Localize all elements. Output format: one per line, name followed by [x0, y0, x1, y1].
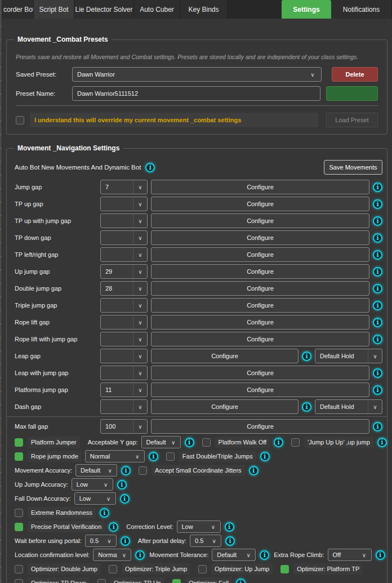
- up-jump-accuracy-select[interactable]: Low ∨: [72, 478, 113, 491]
- info-icon[interactable]: i: [121, 536, 130, 546]
- tab-auto-cuber[interactable]: Auto Cuber: [134, 0, 180, 19]
- platform-jumper-checkbox[interactable]: [15, 438, 23, 447]
- info-icon[interactable]: i: [260, 550, 269, 560]
- configure-button[interactable]: Configure: [151, 419, 369, 434]
- configure-button[interactable]: Configure: [151, 247, 369, 262]
- gap-value-select[interactable]: 29 ∨: [100, 264, 148, 279]
- movement-tolerance-select[interactable]: Default ∨: [212, 549, 256, 561]
- configure-button[interactable]: Configure: [151, 281, 369, 296]
- hold-mode-select[interactable]: Default Hold ∨: [315, 349, 382, 363]
- info-icon[interactable]: i: [117, 480, 127, 489]
- configure-button[interactable]: Configure: [151, 180, 369, 194]
- info-icon[interactable]: i: [302, 402, 311, 412]
- configure-button[interactable]: Configure: [151, 382, 369, 397]
- gap-value-select[interactable]: ∨: [100, 315, 148, 330]
- extreme-randomness-checkbox[interactable]: [15, 509, 23, 517]
- gap-value-select[interactable]: ∨: [100, 213, 148, 228]
- gap-value-select[interactable]: ∨: [100, 332, 148, 346]
- info-icon[interactable]: i: [373, 233, 382, 243]
- gap-value-select[interactable]: ∨: [100, 230, 148, 245]
- info-icon[interactable]: i: [373, 284, 382, 293]
- gap-value-select[interactable]: 7 ∨: [100, 180, 148, 194]
- optimizer-up-jump-checkbox[interactable]: [198, 565, 207, 573]
- after-portal-delay-select[interactable]: 0.5 ∨: [190, 535, 221, 547]
- info-icon[interactable]: i: [121, 466, 131, 475]
- info-icon[interactable]: i: [373, 318, 382, 327]
- gap-value-select[interactable]: ∨: [100, 298, 148, 313]
- configure-button[interactable]: Configure: [151, 349, 299, 363]
- configure-button[interactable]: Configure: [151, 213, 369, 228]
- hold-mode-select[interactable]: Default Hold ∨: [315, 399, 382, 414]
- info-icon[interactable]: i: [135, 550, 145, 560]
- accept-small-coordinate-jitters-checkbox[interactable]: [139, 466, 147, 475]
- extra-rope-climb-select[interactable]: Off ∨: [328, 549, 372, 561]
- info-icon[interactable]: i: [373, 368, 382, 378]
- tab-key-binds[interactable]: Key Binds: [180, 0, 228, 19]
- gap-value-select[interactable]: 11 ∨: [100, 382, 148, 397]
- tab-recorder-bot[interactable]: corder Bot: [2, 0, 34, 19]
- info-icon[interactable]: i: [100, 508, 109, 518]
- gap-value-select[interactable]: ∨: [100, 197, 148, 211]
- info-icon[interactable]: i: [185, 438, 194, 447]
- optimizer-triple-jump-checkbox[interactable]: [109, 565, 117, 573]
- info-icon[interactable]: i: [373, 301, 382, 310]
- precise-portal-verification-checkbox[interactable]: [15, 523, 23, 531]
- configure-button[interactable]: Configure: [151, 197, 369, 211]
- movement-accuracy-select[interactable]: Default ∨: [75, 464, 117, 477]
- tab-notifications[interactable]: Notifications: [331, 0, 392, 19]
- info-icon[interactable]: i: [373, 199, 382, 209]
- configure-button[interactable]: Configure: [151, 366, 369, 380]
- load-preset-button[interactable]: Load Preset: [326, 113, 378, 127]
- delete-preset-button[interactable]: Delete: [332, 67, 378, 82]
- info-icon[interactable]: i: [373, 216, 382, 226]
- platform-walk-off-checkbox[interactable]: [202, 438, 211, 447]
- configure-button[interactable]: Configure: [151, 332, 369, 346]
- fast-double-triple-jumps-checkbox[interactable]: [166, 452, 175, 461]
- info-icon[interactable]: i: [373, 335, 382, 344]
- info-icon[interactable]: i: [236, 578, 246, 583]
- configure-button[interactable]: Configure: [151, 399, 299, 414]
- rope-jump-mode-checkbox[interactable]: [15, 452, 23, 461]
- gap-value-select[interactable]: ∨: [100, 349, 148, 363]
- info-icon[interactable]: i: [120, 494, 130, 504]
- location-confirmation-level-select[interactable]: Normal ∨: [93, 549, 131, 561]
- fall-down-accuracy-select[interactable]: Low ∨: [74, 492, 116, 505]
- info-icon[interactable]: i: [260, 452, 270, 461]
- info-icon[interactable]: i: [373, 267, 382, 277]
- info-icon[interactable]: i: [145, 163, 155, 172]
- save-preset-button[interactable]: [326, 86, 378, 101]
- saved-preset-select[interactable]: Dawn Warrior ∨: [72, 67, 322, 82]
- optimizer-tp-up-checkbox[interactable]: [97, 579, 106, 583]
- info-icon[interactable]: i: [373, 183, 382, 192]
- info-icon[interactable]: i: [377, 438, 387, 447]
- info-icon[interactable]: i: [225, 522, 234, 532]
- rope-jump-mode-select[interactable]: Normal ∨: [85, 450, 145, 462]
- info-icon[interactable]: i: [225, 536, 235, 546]
- gap-value-select[interactable]: ∨: [100, 399, 148, 414]
- configure-button[interactable]: Configure: [151, 230, 369, 245]
- tab-script-bot[interactable]: Script Bot: [34, 0, 74, 19]
- info-icon[interactable]: i: [373, 422, 382, 431]
- save-movements-button[interactable]: Save Movements: [324, 160, 382, 175]
- info-icon[interactable]: i: [373, 250, 382, 260]
- configure-button[interactable]: Configure: [151, 315, 369, 330]
- gap-value-select[interactable]: 28 ∨: [100, 281, 148, 296]
- gap-value-select[interactable]: ∨: [100, 247, 148, 262]
- configure-button[interactable]: Configure: [151, 264, 369, 279]
- configure-button[interactable]: Configure: [151, 298, 369, 313]
- wait-before-using-portal-select[interactable]: 0.5 ∨: [85, 535, 117, 547]
- correction-level-select[interactable]: Low ∨: [177, 520, 221, 533]
- gap-value-select[interactable]: 100 ∨: [100, 419, 148, 434]
- info-icon[interactable]: i: [149, 452, 158, 461]
- info-icon[interactable]: i: [109, 522, 118, 532]
- info-icon[interactable]: i: [376, 550, 385, 560]
- tab-lie-detector-solver[interactable]: Lie Detector Solver: [74, 0, 134, 19]
- preset-name-input[interactable]: [72, 86, 320, 101]
- info-icon[interactable]: i: [249, 466, 259, 475]
- info-icon[interactable]: i: [373, 385, 382, 395]
- info-icon[interactable]: i: [274, 438, 283, 447]
- gap-value-select[interactable]: ∨: [100, 366, 148, 380]
- optimizer-platform-tp-checkbox[interactable]: [280, 565, 289, 573]
- tab-settings[interactable]: Settings: [282, 0, 331, 19]
- optimizer-fall-checkbox[interactable]: [172, 579, 181, 583]
